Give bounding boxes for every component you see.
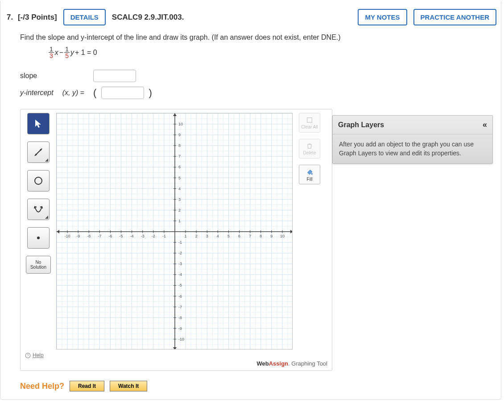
svg-text:-5: -5 <box>120 234 123 238</box>
svg-text:1: 1 <box>178 219 181 223</box>
slope-input[interactable] <box>93 70 136 82</box>
svg-text:-8: -8 <box>87 234 91 238</box>
graph-canvas[interactable]: -10-9-8-7-6-5-4-3-2-112345678910-10-9-8-… <box>56 113 293 349</box>
read-it-button[interactable]: Read It <box>70 381 104 391</box>
yint-open: ( <box>93 87 99 98</box>
svg-text:-3: -3 <box>141 234 145 238</box>
svg-text:3: 3 <box>178 197 181 202</box>
tool-parabola[interactable] <box>27 199 50 220</box>
help-link[interactable]: ? Help <box>25 352 44 358</box>
branding: WebAssign. Graphing Tool <box>25 360 327 367</box>
fill-button[interactable]: Fill <box>299 165 320 184</box>
svg-text:5: 5 <box>178 176 181 180</box>
yint-close: ) <box>146 87 152 98</box>
graph-toolbar: No Solution <box>25 113 52 349</box>
details-button[interactable]: DETAILS <box>63 9 106 25</box>
parabola-icon <box>33 204 44 215</box>
svg-text:6: 6 <box>178 165 181 169</box>
slope-label: slope <box>20 70 62 82</box>
svg-text:2: 2 <box>195 234 198 238</box>
delete-button[interactable]: Delete <box>299 139 320 158</box>
svg-text:-2: -2 <box>152 234 155 238</box>
point-icon <box>33 233 44 243</box>
svg-text:-7: -7 <box>98 234 101 238</box>
layers-title: Graph Layers <box>338 121 384 129</box>
question-id: SCALC9 2.9.JIT.003. <box>112 13 184 22</box>
tool-circle[interactable] <box>27 170 50 191</box>
svg-text:3: 3 <box>206 234 208 238</box>
svg-marker-99 <box>57 230 59 233</box>
svg-text:-9: -9 <box>76 234 80 238</box>
graph-actions: Clear All Delete Fill <box>297 113 322 349</box>
question-header: 7. [-/3 Points] DETAILS SCALC9 2.9.JIT.0… <box>5 9 496 25</box>
svg-marker-100 <box>290 230 293 233</box>
collapse-layers-icon[interactable]: « <box>483 120 487 129</box>
question-card: 7. [-/3 Points] DETAILS SCALC9 2.9.JIT.0… <box>0 1 501 400</box>
svg-text:-4: -4 <box>130 234 134 238</box>
watch-it-button[interactable]: Watch It <box>110 381 147 391</box>
svg-text:5: 5 <box>227 234 230 238</box>
svg-text:-8: -8 <box>178 316 182 320</box>
tool-no-solution[interactable]: No Solution <box>26 256 51 274</box>
svg-point-182 <box>311 173 313 175</box>
svg-text:2: 2 <box>178 208 181 212</box>
svg-text:-9: -9 <box>178 326 182 331</box>
svg-text:6: 6 <box>238 234 240 238</box>
svg-text:9: 9 <box>178 133 181 137</box>
circle-icon <box>33 175 44 186</box>
svg-text:7: 7 <box>249 234 251 238</box>
svg-point-3 <box>35 177 42 184</box>
svg-text:10: 10 <box>280 234 285 238</box>
svg-text:8: 8 <box>178 143 181 148</box>
svg-text:-5: -5 <box>178 283 182 287</box>
svg-text:4: 4 <box>217 234 219 238</box>
pointer-icon <box>33 118 44 129</box>
svg-text:-10: -10 <box>178 337 184 341</box>
clear-all-button[interactable]: Clear All <box>299 113 320 133</box>
tool-line[interactable] <box>27 141 50 163</box>
line-icon <box>33 147 44 158</box>
svg-text:10: 10 <box>178 122 183 126</box>
svg-marker-98 <box>173 347 177 349</box>
clear-icon <box>306 116 313 124</box>
equation: 1 3 x − 1 5 y + 1 = 0 <box>49 46 481 59</box>
svg-point-4 <box>37 237 40 239</box>
layers-body: After you add an object to the graph you… <box>333 134 492 163</box>
svg-text:-4: -4 <box>178 272 182 277</box>
need-help-row: Need Help? Read It Watch It <box>20 381 481 391</box>
yintercept-input[interactable] <box>101 87 144 99</box>
my-notes-button[interactable]: MY NOTES <box>358 9 407 25</box>
svg-text:-7: -7 <box>178 305 182 309</box>
svg-text:8: 8 <box>260 234 262 238</box>
svg-text:9: 9 <box>270 234 273 238</box>
svg-text:-2: -2 <box>178 251 182 255</box>
svg-text:7: 7 <box>178 154 181 158</box>
svg-text:-3: -3 <box>178 262 182 266</box>
tool-point[interactable] <box>27 227 50 249</box>
svg-marker-97 <box>173 113 177 116</box>
svg-text:-6: -6 <box>108 234 112 238</box>
need-help-label: Need Help? <box>20 382 64 391</box>
svg-text:-6: -6 <box>178 294 182 299</box>
question-number: 7. [-/3 Points] <box>7 13 57 22</box>
svg-text:4: 4 <box>178 187 181 191</box>
answer-table: slope y-intercept (x, y) = ( ) <box>20 65 161 104</box>
prompt-text: Find the slope and y-intercept of the li… <box>20 33 481 42</box>
tool-pointer[interactable] <box>27 113 50 134</box>
fill-icon <box>306 168 314 176</box>
practice-another-button[interactable]: PRACTICE ANOTHER <box>413 9 496 25</box>
svg-text:-1: -1 <box>162 234 166 238</box>
yintercept-label: y-intercept <box>20 87 62 99</box>
svg-text:1: 1 <box>185 234 187 238</box>
graph-layers-panel: Graph Layers « After you add an object t… <box>332 115 493 164</box>
svg-text:-10: -10 <box>65 234 70 238</box>
help-icon: ? <box>25 353 31 358</box>
graph-panel: No Solution -10-9-8-7-6-5-4-3-2-11234567… <box>20 109 332 371</box>
svg-text:-1: -1 <box>178 240 182 245</box>
svg-text:?: ? <box>27 353 29 358</box>
trash-icon <box>306 142 313 150</box>
svg-rect-181 <box>307 117 312 122</box>
